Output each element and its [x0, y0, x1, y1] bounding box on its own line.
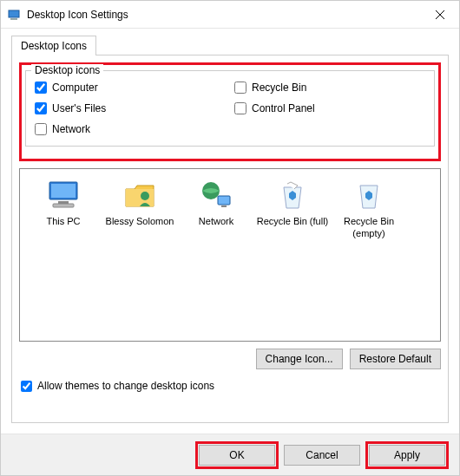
close-button[interactable] — [420, 1, 459, 29]
fieldset-legend: Desktop icons — [31, 64, 103, 76]
titlebar: Desktop Icon Settings — [1, 1, 459, 29]
cancel-button[interactable]: Cancel — [284, 445, 360, 466]
change-icon-button[interactable]: Change Icon... — [256, 349, 343, 369]
preview-network[interactable]: Network — [178, 178, 254, 228]
restore-default-button[interactable]: Restore Default — [350, 349, 441, 369]
checkbox-label: Computer — [52, 82, 98, 94]
recycle-bin-empty-icon — [331, 178, 407, 214]
desktop-icons-fieldset: Desktop icons Computer Recycle Bin User'… — [25, 70, 435, 147]
ok-button[interactable]: OK — [199, 445, 275, 466]
svg-rect-11 — [221, 205, 227, 207]
svg-rect-10 — [218, 196, 230, 205]
icon-buttons-row: Change Icon... Restore Default — [19, 349, 441, 369]
icon-label: Blessy Solomon — [102, 216, 178, 228]
preview-recycle-empty[interactable]: Recycle Bin (empty) — [331, 178, 407, 240]
svg-rect-1 — [10, 18, 17, 20]
allow-themes-label: Allow themes to change desktop icons — [37, 380, 214, 392]
icon-label: This PC — [25, 216, 102, 228]
checkbox-users-files[interactable]: User's Files — [35, 102, 226, 114]
checkbox-network[interactable]: Network — [35, 123, 226, 135]
apply-button[interactable]: Apply — [369, 445, 445, 466]
checkbox-computer[interactable]: Computer — [35, 82, 226, 94]
close-icon — [436, 10, 444, 19]
highlight-ok: OK — [195, 441, 279, 469]
window-title: Desktop Icon Settings — [27, 9, 420, 21]
this-pc-icon — [25, 178, 102, 214]
checkbox-control-panel-input[interactable] — [234, 102, 246, 114]
icon-label: Recycle Bin (empty) — [331, 216, 407, 240]
highlight-desktop-icons: Desktop icons Computer Recycle Bin User'… — [19, 62, 441, 161]
svg-rect-0 — [9, 10, 19, 17]
preview-recycle-full[interactable]: Recycle Bin (full) — [254, 178, 331, 228]
icon-label: Network — [178, 216, 254, 228]
checkbox-label: Control Panel — [252, 102, 315, 114]
icon-label: Recycle Bin (full) — [254, 216, 331, 228]
tabs-bar: Desktop Icons — [1, 29, 459, 55]
checkbox-network-input[interactable] — [35, 123, 47, 135]
svg-rect-5 — [51, 184, 76, 198]
dialog-footer: OK Cancel Apply — [1, 434, 459, 475]
checkbox-control-panel[interactable]: Control Panel — [234, 102, 425, 114]
checkbox-recycle-bin-input[interactable] — [234, 82, 246, 94]
recycle-bin-full-icon — [254, 178, 331, 214]
allow-themes-checkbox[interactable]: Allow themes to change desktop icons — [19, 380, 441, 392]
icon-preview-box: This PC Blessy Solomon — [19, 168, 441, 342]
checkbox-computer-input[interactable] — [35, 82, 47, 94]
tab-content: Desktop icons Computer Recycle Bin User'… — [11, 55, 449, 423]
app-icon — [8, 8, 22, 22]
svg-point-8 — [141, 192, 149, 200]
checkbox-users-files-input[interactable] — [35, 102, 47, 114]
highlight-apply: Apply — [365, 441, 449, 469]
network-icon — [178, 178, 254, 214]
checkbox-recycle-bin[interactable]: Recycle Bin — [234, 82, 425, 94]
preview-user-folder[interactable]: Blessy Solomon — [102, 178, 178, 228]
tab-desktop-icons[interactable]: Desktop Icons — [11, 36, 96, 55]
dialog-window: Desktop Icon Settings Desktop Icons Desk… — [0, 0, 460, 476]
checkbox-label: Recycle Bin — [252, 82, 306, 94]
checkbox-label: Network — [52, 123, 90, 135]
svg-rect-7 — [53, 204, 74, 207]
checkbox-label: User's Files — [52, 102, 106, 114]
allow-themes-input[interactable] — [21, 381, 32, 392]
user-folder-icon — [102, 178, 178, 214]
preview-this-pc[interactable]: This PC — [25, 178, 102, 228]
